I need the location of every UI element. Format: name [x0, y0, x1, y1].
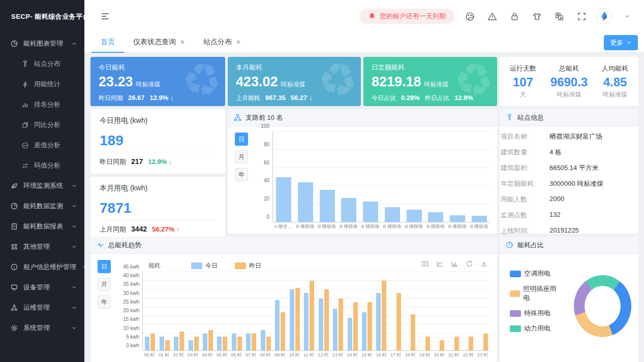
antenna-icon — [21, 60, 29, 68]
pie-legend-item-特殊用电[interactable]: 特殊用电 — [510, 309, 560, 318]
bar-今日 — [376, 293, 381, 351]
tab-首页[interactable]: 首页 — [91, 32, 124, 53]
trend-period-tabs: 日月年 — [98, 259, 111, 359]
stat-card-sub-item: 上月能耗 — [236, 94, 260, 103]
gauge-icon — [10, 202, 18, 210]
legend-item-今日[interactable]: 今日 — [191, 261, 218, 270]
skin-shirt-icon[interactable] — [529, 9, 544, 24]
dashboard-content: ♻今日能耗23.23吨标准煤昨日同期26.6712.9% ↓ ♻本月能耗423.… — [84, 53, 644, 362]
bar-group — [143, 272, 157, 351]
sidebar-group-label: 运维管理 — [23, 303, 66, 312]
sidebar-item-码值分析[interactable]: 码值分析 — [0, 155, 84, 176]
x-tick-label: B 楼联络 — [468, 223, 490, 230]
bar-group — [316, 131, 338, 222]
tab-仪表状态查询[interactable]: 仪表状态查询✕ — [124, 32, 194, 53]
bar-昨日 — [165, 340, 170, 351]
sidebar-item-站点分布[interactable]: 站点分布 — [0, 54, 84, 74]
x-tick-label: 13 时 — [331, 352, 346, 358]
bar-能耗 — [363, 202, 378, 222]
chevron-up-icon — [71, 41, 77, 47]
stat-card-sub-item: 56.27 ↓ — [291, 94, 313, 102]
bar-group — [432, 272, 446, 351]
bar-昨日 — [339, 299, 343, 351]
user-avatar[interactable] — [596, 8, 612, 24]
site-info-label: 用能人数: — [501, 195, 549, 204]
download-icon[interactable] — [480, 260, 488, 268]
chart-legend: 今日昨日 — [191, 261, 261, 270]
bar-能耗 — [472, 216, 487, 222]
user-menu-chevron-icon[interactable] — [620, 9, 635, 24]
more-button[interactable]: 更多 — [604, 35, 638, 50]
translate-icon[interactable] — [551, 9, 567, 24]
line-chart-icon[interactable] — [436, 260, 444, 268]
branch-top10-panel: 支路前 10 名 日月年 020406080100A 楼空 ...B 楼联络B … — [228, 109, 497, 234]
compare-value: 3442 — [131, 225, 147, 233]
tab-close-icon[interactable]: ✕ — [236, 39, 241, 46]
sidebar-item-差值分析[interactable]: 差值分析 — [0, 135, 84, 155]
site-info-row: 项目名称:栖霞湖滨财富广场 — [501, 128, 637, 144]
lock-icon[interactable] — [507, 9, 522, 24]
bar-chart-icon[interactable] — [451, 260, 458, 268]
sidebar-group-环境监测系统[interactable]: 环境监测系统 — [0, 176, 84, 196]
account-expiry-alert[interactable]: 您的账户还有一天到期 — [359, 9, 455, 24]
warning-icon[interactable] — [484, 9, 500, 24]
bar-今日 — [362, 312, 366, 351]
x-tick-label: 01 时 — [157, 352, 172, 358]
monitor-icon — [10, 283, 18, 291]
bar-昨日 — [194, 337, 199, 351]
period-tab-日[interactable]: 日 — [235, 133, 248, 146]
energy-share-header: 能耗占比 — [500, 237, 638, 254]
y-tick-label: 45 kwh — [123, 264, 139, 270]
sidebar-group-能耗数据监测[interactable]: 能耗数据监测 — [0, 196, 84, 216]
data-view-icon[interactable] — [421, 260, 429, 268]
y-tick-label: 25 kwh — [123, 299, 139, 304]
period-tab-月[interactable]: 月 — [235, 150, 248, 163]
stat-card-subrow: 昨日同期26.6712.9% ↓ — [99, 94, 217, 103]
sidebar-group-系统管理[interactable]: 系统管理 — [0, 318, 84, 338]
collapse-menu-icon[interactable] — [98, 9, 113, 24]
sidebar-group-其他管理[interactable]: 其他管理 — [0, 237, 84, 257]
bar-今日 — [145, 337, 149, 351]
sidebar-item-同比分析[interactable]: 同比分析 — [0, 115, 84, 135]
x-tick-label: 09 时 — [273, 352, 288, 358]
sidebar-group-label: 环境监测系统 — [23, 181, 66, 190]
fullscreen-icon[interactable] — [574, 9, 589, 24]
sidebar-group-运维管理[interactable]: 运维管理 — [0, 298, 84, 318]
tab-站点分布[interactable]: 站点分布✕ — [194, 32, 250, 53]
bar-group — [403, 272, 417, 351]
bar-昨日 — [179, 332, 184, 351]
sidebar-item-排名分析[interactable]: 排名分析 — [0, 94, 84, 115]
pie-legend-item-空调用电[interactable]: 空调用电 — [510, 269, 560, 278]
x-axis-labels: 00 时01 时02 时03 时04 时05 时06 时07 时08 时09 时… — [116, 351, 490, 359]
sidebar-group-能耗数据报表[interactable]: 能耗数据报表 — [0, 216, 84, 237]
bar-groups — [143, 272, 490, 351]
period-tab-日[interactable]: 日 — [98, 260, 111, 273]
site-info-row: 年定额能耗:3000000 吨标准煤 — [501, 176, 637, 191]
sidebar-group-租户信息维护管理[interactable]: 租户信息维护管理 — [0, 257, 84, 277]
period-tab-月[interactable]: 月 — [98, 278, 111, 291]
y-tick-label: 20 — [264, 196, 269, 202]
bar-今日 — [333, 309, 338, 351]
sidebar-group-设备管理[interactable]: 设备管理 — [0, 277, 84, 298]
chevron-down-icon — [71, 325, 77, 331]
pie-legend-item-动力用电[interactable]: 动力用电 — [510, 324, 560, 333]
bar-group — [374, 272, 388, 351]
bolt-icon — [21, 81, 29, 88]
bar-group — [295, 131, 317, 222]
theme-palette-icon[interactable] — [462, 9, 477, 24]
sidebar-group-能耗图表管理[interactable]: 能耗图表管理 — [0, 34, 84, 54]
legend-item-昨日[interactable]: 昨日 — [235, 261, 261, 270]
sidebar-item-label: 码值分析 — [34, 161, 77, 170]
bar-今日 — [275, 300, 280, 351]
refresh-icon[interactable] — [466, 260, 473, 268]
sidebar-item-用能统计[interactable]: 用能统计 — [0, 74, 84, 94]
bar-group — [302, 272, 316, 351]
period-tab-年[interactable]: 年 — [98, 295, 111, 309]
bar-昨日 — [281, 312, 285, 351]
tab-close-icon[interactable]: ✕ — [180, 39, 185, 46]
bar-今日 — [348, 318, 352, 351]
pie-legend-item-照明插座用电[interactable]: 照明插座用电 — [510, 284, 560, 303]
sidebar-group-label: 系统管理 — [23, 323, 66, 333]
site-info-label: 项目名称: — [501, 132, 549, 141]
period-tab-年[interactable]: 年 — [235, 168, 248, 181]
